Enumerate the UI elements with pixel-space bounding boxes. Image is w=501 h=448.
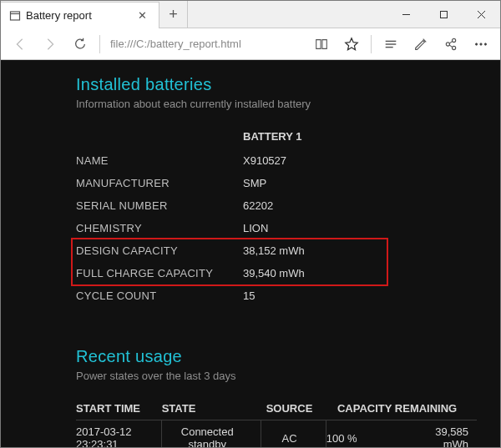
usage-table: START TIME STATE SOURCE CAPACITY REMAINI…	[76, 397, 477, 448]
new-tab-button[interactable]: +	[159, 1, 188, 28]
cell-source: AC	[261, 420, 326, 449]
svg-line-12	[449, 41, 453, 43]
row-label: FULL CHARGE CAPACITY	[76, 262, 243, 284]
battery-column-header: BATTERY 1	[243, 125, 385, 149]
svg-point-16	[484, 43, 486, 44]
titlebar-drag-area	[188, 1, 387, 28]
installed-batteries-subtitle: Information about each currently install…	[76, 98, 500, 110]
reading-view-button[interactable]	[307, 32, 336, 57]
more-button[interactable]	[467, 32, 495, 57]
page-content: Installed batteries Information about ea…	[1, 60, 500, 448]
cell-start-time: 2017-03-12 23:23:31	[76, 420, 162, 449]
refresh-button[interactable]	[66, 32, 94, 57]
table-header-row: START TIME STATE SOURCE CAPACITY REMAINI…	[76, 397, 477, 420]
table-row: CYCLE COUNT15	[76, 284, 385, 307]
recent-usage-heading: Recent usage	[76, 347, 500, 366]
favorite-button[interactable]	[337, 32, 366, 57]
browser-titlebar: Battery report ✕ +	[1, 1, 500, 28]
table-row: 2017-03-12 23:23:31 Connected standby AC…	[76, 420, 477, 449]
share-button[interactable]	[437, 32, 465, 57]
svg-point-14	[475, 43, 477, 44]
page-icon	[9, 10, 21, 22]
window-minimize-button[interactable]	[387, 1, 425, 28]
row-label: SERIAL NUMBER	[76, 194, 243, 217]
row-value: 15	[243, 284, 385, 307]
toolbar-separator	[99, 35, 100, 53]
col-capacity: CAPACITY REMAINING	[326, 397, 477, 420]
address-bar[interactable]: file:///C:/battery_report.html	[105, 34, 306, 53]
table-row: MANUFACTURERSMP	[76, 172, 385, 194]
col-state: STATE	[162, 397, 261, 420]
tab-close-button[interactable]: ✕	[134, 9, 150, 22]
svg-point-15	[480, 43, 482, 44]
toolbar-separator	[371, 35, 372, 53]
browser-tab[interactable]: Battery report ✕	[1, 2, 159, 28]
web-note-button[interactable]	[407, 32, 435, 57]
window-maximize-button[interactable]	[425, 1, 463, 28]
col-start: START TIME	[76, 397, 162, 420]
tab-title: Battery report	[26, 9, 129, 22]
row-value: SMP	[243, 172, 385, 194]
table-row: FULL CHARGE CAPACITY39,540 mWh	[76, 262, 385, 284]
svg-line-13	[449, 44, 453, 47]
table-row: NAMEX910527	[76, 149, 385, 172]
table-row: DESIGN CAPACITY38,152 mWh	[76, 239, 385, 262]
row-label: CHEMISTRY	[76, 217, 243, 239]
table-row: CHEMISTRYLION	[76, 217, 385, 239]
cell-capacity-mwh: 39,585 mWh	[382, 420, 477, 449]
window-close-button[interactable]	[463, 1, 500, 28]
col-source: SOURCE	[261, 397, 326, 420]
svg-point-11	[453, 46, 456, 49]
row-label: MANUFACTURER	[76, 172, 243, 194]
forward-button[interactable]	[36, 32, 64, 57]
svg-rect-3	[441, 11, 448, 18]
table-row: SERIAL NUMBER62202	[76, 194, 385, 217]
row-value: 62202	[243, 194, 385, 217]
hub-button[interactable]	[377, 32, 405, 57]
cell-capacity-pct: 100 %	[326, 420, 382, 449]
row-value: LION	[243, 217, 385, 239]
row-value: 39,540 mWh	[243, 262, 385, 284]
battery-table: BATTERY 1 NAMEX910527 MANUFACTURERSMP SE…	[76, 125, 385, 307]
svg-point-10	[453, 38, 456, 42]
row-label: CYCLE COUNT	[76, 284, 243, 307]
row-label: DESIGN CAPACITY	[76, 239, 243, 262]
recent-usage-subtitle: Power states over the last 3 days	[76, 370, 500, 382]
cell-state: Connected standby	[162, 420, 261, 449]
svg-rect-0	[11, 12, 20, 20]
row-label: NAME	[76, 149, 243, 172]
row-value: X910527	[243, 149, 385, 172]
row-value: 38,152 mWh	[243, 239, 385, 262]
installed-batteries-heading: Installed batteries	[76, 75, 500, 94]
back-button[interactable]	[6, 32, 34, 57]
browser-toolbar: file:///C:/battery_report.html	[1, 28, 500, 60]
svg-point-9	[446, 42, 449, 45]
